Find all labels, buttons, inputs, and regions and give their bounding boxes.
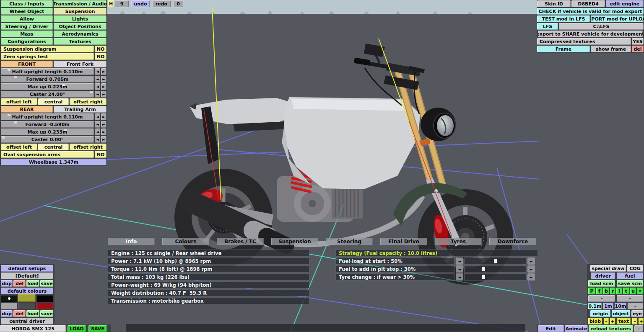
slider-handle[interactable]: [482, 275, 485, 279]
rear-slider-half-upright[interactable]: Half upright length 0.110m: [1, 113, 94, 120]
blob-button[interactable]: blob: [588, 318, 602, 324]
animate-mode-button[interactable]: Animate: [565, 325, 588, 332]
slider-handle[interactable]: [8, 69, 10, 71]
strategy-pit-fuel-slider[interactable]: [464, 265, 527, 273]
tab-info[interactable]: Info: [108, 238, 155, 245]
redo-count[interactable]: 0: [173, 0, 183, 7]
tab-steering[interactable]: Steering: [326, 238, 373, 245]
frame-button[interactable]: Frame: [537, 46, 590, 52]
vehicle-save-button[interactable]: SAVE: [88, 325, 107, 332]
tab-brakes-tc[interactable]: Brakes / TC: [217, 238, 264, 245]
export-mod-button[interactable]: EXPORT mod for UPLOAD: [591, 15, 644, 22]
special-draw-button[interactable]: special draw: [590, 265, 626, 272]
rear-type-button[interactable]: Trailing Arm: [54, 106, 106, 113]
frame-del-button[interactable]: del: [632, 46, 644, 52]
save-scm-button[interactable]: save scm: [617, 280, 643, 287]
slider-handle[interactable]: [14, 76, 17, 78]
front-slider-0-dec[interactable]: ◄: [95, 68, 100, 75]
front-offset-right[interactable]: offset right: [70, 98, 106, 105]
test-mod-button[interactable]: TEST mod in LFS: [537, 15, 590, 22]
front-slider-2-inc[interactable]: ►: [101, 83, 106, 90]
colour-load-button[interactable]: load: [26, 310, 39, 317]
history-button[interactable]: H: [108, 0, 114, 7]
strategy-tyre-change-inc[interactable]: ►: [527, 273, 535, 281]
edit-engine-button[interactable]: edit engine: [606, 0, 644, 7]
setup-del-button[interactable]: del: [13, 280, 26, 287]
setup-dup-button[interactable]: dup: [1, 280, 13, 287]
strategy-pit-fuel-dec[interactable]: ◄: [456, 265, 463, 273]
menu-wheel-object[interactable]: Wheel Object: [1, 8, 53, 15]
colour-swatch-2[interactable]: [18, 294, 36, 302]
draw-fuel-button[interactable]: fuel: [617, 273, 643, 279]
compressed-textures-toggle[interactable]: Compressed textures: [537, 38, 631, 45]
grid-step-01m[interactable]: 0.1m: [588, 303, 602, 309]
strategy-fuel-load-dec[interactable]: ◄: [456, 257, 463, 265]
front-slider-1-dec[interactable]: ◄: [95, 76, 100, 82]
text-minus-button[interactable]: –: [632, 318, 637, 324]
undo-button[interactable]: undo: [131, 0, 150, 7]
edit-mode-button[interactable]: Edit: [538, 325, 564, 332]
view-eye-button[interactable]: eye: [631, 310, 643, 317]
colour-dup-button[interactable]: dup: [1, 310, 13, 317]
slider-handle[interactable]: [2, 136, 5, 139]
history-count[interactable]: 9: [115, 0, 129, 7]
strategy-fuel-load-inc[interactable]: ►: [527, 257, 535, 265]
setup-load-button[interactable]: load: [26, 280, 39, 287]
colour-swatch-5[interactable]: [18, 303, 36, 309]
slider-handle[interactable]: [64, 129, 67, 131]
front-slider-1-inc[interactable]: ►: [101, 76, 106, 82]
slider-handle[interactable]: [62, 84, 65, 86]
draw-flag-t[interactable]: t: [623, 288, 629, 294]
menu-lights[interactable]: Lights: [54, 15, 106, 22]
rear-slider-1-dec[interactable]: ◄: [95, 121, 100, 128]
tab-suspension[interactable]: Suspension: [271, 238, 318, 245]
central-driver-button[interactable]: central driver: [1, 318, 53, 324]
menu-suspension[interactable]: Suspension: [54, 8, 106, 15]
rear-offset-central[interactable]: central: [38, 144, 69, 150]
slider-handle[interactable]: [482, 267, 485, 271]
vehicle-name-field[interactable]: HORDA SMX 125: [0, 325, 66, 332]
strategy-pit-fuel-inc[interactable]: ►: [527, 265, 535, 273]
share-export-button[interactable]: export to SHARE vehicle for development: [538, 31, 643, 37]
cog-button[interactable]: COG: [627, 265, 643, 272]
tab-downforce[interactable]: Downforce: [489, 238, 536, 245]
zero-springs-value[interactable]: NO: [95, 53, 106, 60]
show-frame-button[interactable]: show frame: [591, 46, 631, 52]
oval-arms-value[interactable]: NO: [95, 151, 106, 158]
draw-flag-b[interactable]: b: [603, 288, 609, 294]
menu-steering-driver[interactable]: Steering / Driver: [1, 23, 53, 30]
front-slider-2-dec[interactable]: ◄: [95, 83, 100, 90]
rear-slider-3-dec[interactable]: ◄: [95, 136, 100, 143]
draw-flag-r[interactable]: r: [610, 288, 615, 294]
colour-swatch-6[interactable]: [36, 303, 53, 309]
view-object-button[interactable]: object: [612, 310, 630, 317]
rear-slider-2-dec[interactable]: ◄: [95, 129, 100, 135]
front-offset-left[interactable]: offset left: [1, 98, 37, 105]
draw-driver-button[interactable]: driver: [591, 273, 615, 279]
menu-configurations[interactable]: Configurations: [1, 38, 53, 45]
front-offset-central[interactable]: central: [38, 98, 69, 105]
front-type-button[interactable]: Front Fork: [54, 61, 106, 67]
rear-slider-0-dec[interactable]: ◄: [95, 113, 100, 120]
menu-aerodynamics[interactable]: Aerodynamics: [54, 31, 106, 37]
rear-header[interactable]: REAR: [1, 106, 53, 113]
tab-final-drive[interactable]: Final Drive: [380, 238, 427, 245]
colour-swatch-3[interactable]: [36, 295, 53, 302]
front-slider-0-inc[interactable]: ►: [101, 68, 106, 75]
oval-arms-toggle[interactable]: Oval suspension arms: [1, 151, 94, 158]
redo-button[interactable]: redo: [152, 0, 171, 7]
strategy-fuel-load-slider[interactable]: [464, 257, 527, 265]
grid-step-dash[interactable]: –: [628, 303, 643, 309]
lfs-path-field[interactable]: C:\LFS: [559, 23, 644, 30]
rear-slider-max-up[interactable]: Max up 0.233m: [1, 129, 94, 135]
draw-flag-dot[interactable]: •: [637, 288, 643, 294]
draw-flag-u[interactable]: u: [630, 288, 636, 294]
reload-textures-button[interactable]: reload textures: [589, 325, 633, 332]
rear-slider-0-inc[interactable]: ►: [101, 113, 106, 120]
strategy-tyre-change-dec[interactable]: ◄: [456, 273, 463, 281]
front-slider-caster[interactable]: Caster 24.00°: [1, 91, 94, 98]
compressed-textures-value[interactable]: YES: [632, 38, 644, 45]
text-button[interactable]: text: [617, 318, 631, 324]
menu-object-positions[interactable]: Object Positions: [54, 23, 106, 30]
default-colours-button[interactable]: default colours: [1, 288, 53, 294]
